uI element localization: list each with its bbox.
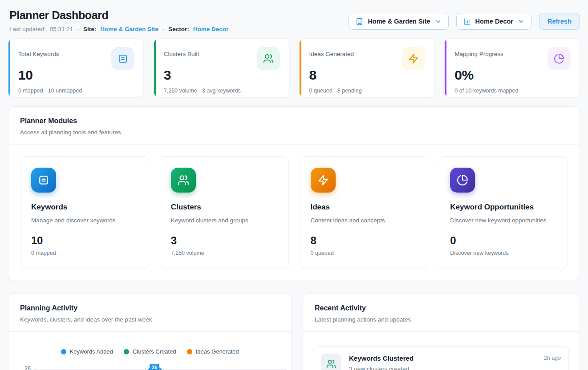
meta-separator: · xyxy=(77,26,79,32)
module-description: Keyword clusters and groups xyxy=(171,217,278,224)
legend-label: Keywords Added xyxy=(70,348,114,355)
page-title: Planner Dashboard xyxy=(9,9,228,22)
site-selector-dropdown[interactable]: Home & Garden Site xyxy=(349,13,448,30)
module-description: Manage and discover keywords xyxy=(31,217,138,224)
recent-activity-title: Recent Activity xyxy=(315,304,568,312)
data-point-label: 25 xyxy=(150,364,159,370)
legend-item-ideas-generated[interactable]: Ideas Generated xyxy=(187,348,239,355)
zap-icon xyxy=(311,168,336,193)
activity-chart: 25 25 24 xyxy=(8,355,291,370)
zap-icon xyxy=(402,47,425,70)
keywords-added-curve xyxy=(34,358,288,370)
stat-label: Clusters Built xyxy=(164,51,199,57)
recent-activity-header: Recent Activity Latest planning actions … xyxy=(303,294,580,332)
bar-chart-icon xyxy=(463,18,471,25)
last-updated-value: 05:31:21 xyxy=(50,26,73,32)
module-card-keyword-opportunities[interactable]: Keyword Opportunities Discover new keywo… xyxy=(439,156,568,269)
recent-activity-subtitle: Latest planning actions and updates xyxy=(315,316,568,323)
activity-item-time: 2h ago xyxy=(544,355,561,361)
bottom-row: Planning Activity Keywords, clusters, an… xyxy=(8,294,580,370)
users-icon xyxy=(171,168,196,193)
header-meta: Last updated: 05:31:21 · Site: Home & Ga… xyxy=(9,26,228,32)
modules-subtitle: Access all planning tools and features xyxy=(20,129,568,136)
activity-item-body: Keywords Clustered 2h ago 3 new clusters… xyxy=(349,354,561,370)
y-axis-tick: 25 xyxy=(24,366,31,370)
chevron-down-icon xyxy=(435,18,442,25)
header-controls: Home & Garden Site Home Decor Refresh xyxy=(349,13,580,30)
stat-sub: 7,250 volume · 3 avg keywords xyxy=(164,88,280,94)
activity-item-title: Keywords Clustered xyxy=(349,354,414,362)
stat-label: Total Keywords xyxy=(18,51,59,57)
stat-sub: 0 mapped · 10 unmapped xyxy=(18,88,134,94)
legend-label: Ideas Generated xyxy=(196,348,239,355)
stat-label: Ideas Generated xyxy=(309,51,354,57)
planning-activity-subtitle: Keywords, clusters, and ideas over the p… xyxy=(20,316,280,323)
activity-item-description: 3 new clusters created xyxy=(349,366,561,370)
sector-selector-dropdown[interactable]: Home Decor xyxy=(456,13,531,30)
planner-dashboard-page: Planner Dashboard Last updated: 05:31:21… xyxy=(0,0,588,370)
stat-label: Mapping Progress xyxy=(454,51,503,57)
document-icon xyxy=(31,168,56,193)
header-left: Planner Dashboard Last updated: 05:31:21… xyxy=(9,9,228,32)
module-value: 3 xyxy=(171,234,278,247)
refresh-button[interactable]: Refresh xyxy=(539,13,580,30)
stat-card-clusters-built: Clusters Built 3 7,250 volume · 3 avg ke… xyxy=(154,38,289,97)
modules-title: Planner Modules xyxy=(20,117,568,125)
legend-item-keywords-added[interactable]: Keywords Added xyxy=(61,348,114,355)
pie-chart-icon xyxy=(450,168,475,193)
sector-selector-label: Home Decor xyxy=(475,18,513,25)
planner-modules-panel: Planner Modules Access all planning tool… xyxy=(8,106,580,281)
module-title: Ideas xyxy=(311,203,418,212)
module-value: 8 xyxy=(311,234,418,247)
building-icon xyxy=(356,18,363,25)
site-link[interactable]: Home & Garden Site xyxy=(100,26,158,32)
modules-panel-header: Planner Modules Access all planning tool… xyxy=(8,107,580,145)
modules-grid: Keywords Manage and discover keywords 10… xyxy=(8,145,580,281)
legend-dot-green xyxy=(124,349,129,354)
pie-chart-icon xyxy=(547,47,571,70)
legend-dot-orange xyxy=(187,349,192,354)
stat-sub: 0 queued · 8 pending xyxy=(309,88,426,94)
sector-label: Sector: xyxy=(168,26,189,32)
planning-activity-title: Planning Activity xyxy=(20,304,280,312)
planning-activity-header: Planning Activity Keywords, clusters, an… xyxy=(8,294,291,332)
last-updated-label: Last updated: xyxy=(9,26,46,32)
stat-card-ideas-generated: Ideas Generated 8 0 queued · 8 pending xyxy=(299,38,435,97)
stats-row: Total Keywords 10 0 mapped · 10 unmapped… xyxy=(0,38,588,97)
module-title: Keywords xyxy=(31,203,138,212)
module-sub: Discover new keywords xyxy=(450,250,557,256)
legend-label: Clusters Created xyxy=(133,348,176,355)
users-icon xyxy=(321,354,341,370)
sector-link[interactable]: Home Decor xyxy=(193,26,229,32)
document-icon xyxy=(111,47,134,70)
stat-sub: 0 of 10 keywords mapped xyxy=(454,88,571,94)
recent-activity-panel: Recent Activity Latest planning actions … xyxy=(303,294,580,370)
module-value: 10 xyxy=(31,234,138,247)
chevron-down-icon xyxy=(518,18,524,25)
planning-activity-panel: Planning Activity Keywords, clusters, an… xyxy=(8,294,292,370)
module-title: Clusters xyxy=(171,203,278,212)
module-title: Keyword Opportunities xyxy=(450,203,557,212)
users-icon xyxy=(257,47,280,70)
page-header: Planner Dashboard Last updated: 05:31:21… xyxy=(0,0,588,32)
stat-card-mapping-progress: Mapping Progress 0% 0 of 10 keywords map… xyxy=(444,38,580,97)
module-card-clusters[interactable]: Clusters Keyword clusters and groups 3 7… xyxy=(160,156,289,269)
activity-item-keywords-clustered: Keywords Clustered 2h ago 3 new clusters… xyxy=(314,346,569,370)
legend-item-clusters-created[interactable]: Clusters Created xyxy=(124,348,176,355)
site-selector-label: Home & Garden Site xyxy=(368,18,430,25)
meta-separator: · xyxy=(162,26,165,32)
chart-legend: Keywords Added Clusters Created Ideas Ge… xyxy=(8,348,291,355)
site-label: Site: xyxy=(83,26,96,32)
module-sub: 0 queued xyxy=(311,250,418,256)
module-description: Discover new keyword opportunities xyxy=(450,217,557,224)
module-sub: 7,250 volume xyxy=(171,250,278,256)
module-value: 0 xyxy=(450,234,557,247)
module-card-ideas[interactable]: Ideas Content ideas and concepts 8 0 que… xyxy=(300,156,429,269)
module-description: Content ideas and concepts xyxy=(311,217,418,224)
module-sub: 0 mapped xyxy=(31,250,138,256)
recent-activity-list: Keywords Clustered 2h ago 3 new clusters… xyxy=(303,332,580,370)
legend-dot-blue xyxy=(61,349,66,354)
module-card-keywords[interactable]: Keywords Manage and discover keywords 10… xyxy=(20,156,149,269)
stat-card-total-keywords: Total Keywords 10 0 mapped · 10 unmapped xyxy=(8,38,144,97)
